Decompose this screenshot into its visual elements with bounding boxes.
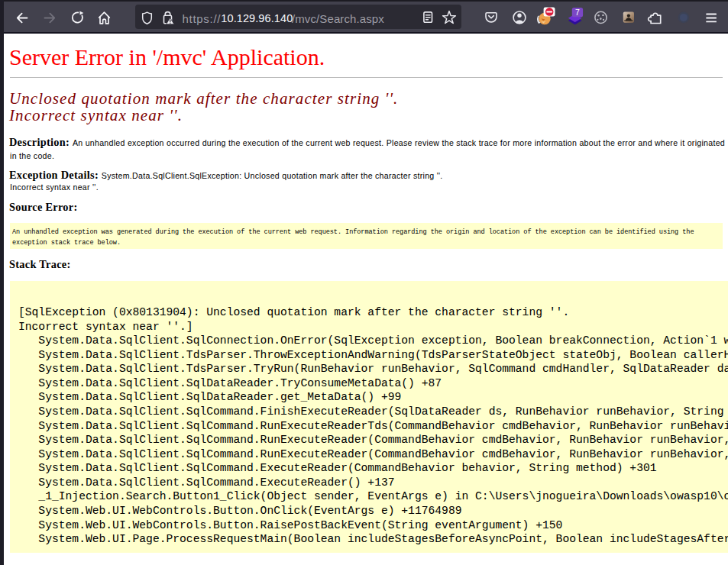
svg-text:7: 7 xyxy=(575,8,580,17)
